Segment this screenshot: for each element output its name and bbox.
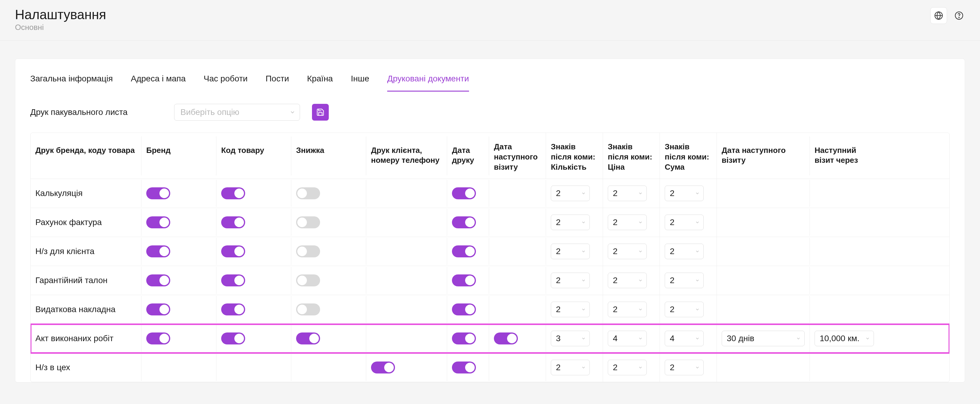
discount-toggle[interactable] [296,216,320,228]
decimals-price-select[interactable]: 2 [608,215,647,230]
nextvisit-thru-select[interactable]: 10,000 км. [815,331,874,346]
decimals-sum-select[interactable]: 2 [665,302,704,317]
table-row: Калькуляція222 [30,179,950,208]
cell-printdate [447,180,489,207]
select-value: 2 [670,363,675,372]
table-row: Гарантійний талон222 [30,266,950,295]
decimals-sum-select[interactable]: 4 [665,331,704,346]
discount-toggle[interactable] [296,274,320,287]
decimals-price-select[interactable]: 2 [608,360,647,375]
table-header-8: Знаків після коми: Ціна [603,133,660,179]
discount-toggle[interactable] [296,187,320,199]
printdate-toggle[interactable] [452,361,476,374]
chevron-down-icon [796,336,801,341]
code-toggle[interactable] [221,303,245,315]
discount-toggle[interactable] [296,333,320,344]
code-toggle[interactable] [221,274,245,287]
discount-toggle[interactable] [296,303,320,315]
save-packing-button[interactable] [312,104,329,120]
decimals-qty-select[interactable]: 2 [551,215,590,230]
decimals-qty-select[interactable]: 2 [551,185,590,201]
row-name: Акт виконаних робіт [30,325,142,352]
brand-toggle[interactable] [146,274,170,287]
cell-decimals-sum: 2 [660,237,717,266]
printdate-toggle[interactable] [452,216,476,228]
brand-toggle[interactable] [146,187,170,199]
cell-client [366,238,447,265]
tab-0[interactable]: Загальна інформація [30,74,113,92]
brand-toggle[interactable] [146,303,170,315]
table-header-7: Знаків після коми: Кількість [546,133,603,179]
cell-nextvisit-toggle [489,296,546,323]
cell-decimals-sum: 2 [660,266,717,295]
cell-decimals-sum: 2 [660,295,717,324]
save-icon [316,108,325,116]
row-name: Видаткова накладна [30,296,142,323]
chevron-down-icon [638,365,643,370]
code-toggle[interactable] [221,246,245,257]
printdate-toggle[interactable] [452,274,476,287]
cell-client [366,296,447,323]
cell-client [366,354,447,381]
decimals-qty-select[interactable]: 2 [551,302,590,317]
brand-toggle[interactable] [146,333,170,344]
table-row: Видаткова накладна222 [30,295,950,324]
cell-decimals-qty: 3 [546,324,603,353]
cell-nextvisit-toggle [489,238,546,265]
nextvisit-date-select[interactable]: 30 днів [722,331,805,346]
decimals-sum-select[interactable]: 2 [665,185,704,201]
code-toggle[interactable] [221,333,245,344]
tab-5[interactable]: Інше [351,74,369,92]
printdate-toggle[interactable] [452,333,476,344]
decimals-sum-select[interactable]: 2 [665,360,704,375]
cell-code [216,354,291,381]
nextvisit-toggle[interactable] [494,333,518,344]
select-value: 2 [613,189,618,198]
tab-4[interactable]: Країна [307,74,332,92]
brand-toggle[interactable] [146,246,170,257]
decimals-price-select[interactable]: 2 [608,185,647,201]
help-button[interactable] [953,10,965,22]
tab-6[interactable]: Друковані документи [387,74,469,92]
tab-2[interactable]: Час роботи [204,74,248,92]
globe-icon [934,11,943,20]
cell-nextvisit-thru [810,267,879,294]
printdate-toggle[interactable] [452,246,476,257]
cell-nextvisit-date [717,209,810,236]
language-button[interactable] [930,7,947,24]
client-toggle[interactable] [371,361,395,374]
cell-client [366,267,447,294]
select-value: 2 [613,305,618,314]
decimals-price-select[interactable]: 4 [608,331,647,346]
decimals-qty-select[interactable]: 2 [551,273,590,288]
chevron-down-icon [695,220,700,225]
decimals-qty-select[interactable]: 2 [551,244,590,259]
chevron-down-icon [581,249,586,254]
packing-list-select[interactable]: Виберіть опцію [174,104,300,120]
cell-nextvisit-toggle [489,325,546,352]
decimals-price-select[interactable]: 2 [608,244,647,259]
table-row: Н/з для клієнта222 [30,237,950,266]
select-value: 2 [613,247,618,256]
row-name: Н/з для клієнта [30,238,142,265]
decimals-price-select[interactable]: 2 [608,273,647,288]
decimals-price-select[interactable]: 2 [608,302,647,317]
brand-toggle[interactable] [146,216,170,228]
decimals-qty-select[interactable]: 2 [551,360,590,375]
tab-3[interactable]: Пости [266,74,289,92]
code-toggle[interactable] [221,187,245,199]
discount-toggle[interactable] [296,246,320,257]
tab-1[interactable]: Адреса і мапа [131,74,186,92]
table-row: Рахунок фактура222 [30,208,950,237]
printdate-toggle[interactable] [452,303,476,315]
decimals-sum-select[interactable]: 2 [665,215,704,230]
svg-point-2 [959,17,959,17]
decimals-qty-select[interactable]: 3 [551,331,590,346]
decimals-sum-select[interactable]: 2 [665,244,704,259]
decimals-sum-select[interactable]: 2 [665,273,704,288]
printdate-toggle[interactable] [452,187,476,199]
select-value: 10,000 км. [820,334,859,343]
documents-table: Друк бренда, коду товараБрендКод товаруЗ… [30,133,950,382]
code-toggle[interactable] [221,216,245,228]
select-value: 30 днів [727,334,754,343]
